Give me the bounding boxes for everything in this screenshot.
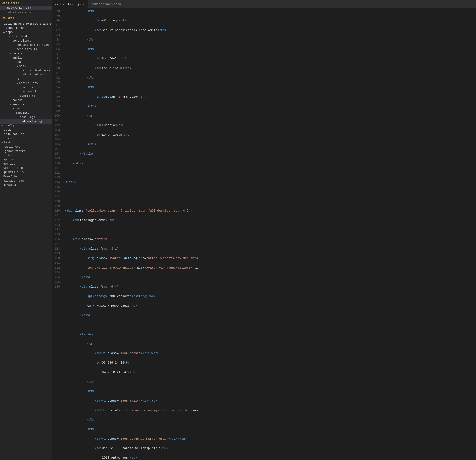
folder-icon: — <box>7 35 8 38</box>
tab-contactboek-scss[interactable]: contactboek.scss <box>88 0 124 8</box>
file-tree: — astad_nodejs_expressjs_app_contactboek… <box>0 21 52 188</box>
tree-views[interactable]: — views <box>0 107 52 111</box>
line-124: <td>Den Bell, Francis Wellensplein 1<br> <box>62 446 476 451</box>
tree-makefile[interactable]: Makefile <box>0 175 52 179</box>
open-file-medewerker[interactable]: › medewerker.ejs ◄ ► <box>0 6 52 10</box>
tree-apps[interactable]: — apps <box>0 30 52 34</box>
tree-test[interactable]: + test <box>0 140 52 145</box>
line-96: </div> <box>62 180 476 185</box>
line-106: </div> <box>62 275 476 280</box>
tree-contactboek-scss[interactable]: contactboek.scss <box>0 68 52 73</box>
line-111 <box>62 322 476 327</box>
tree-contactboek-css[interactable]: contactboek.css <box>0 73 52 77</box>
tree-gruntfile[interactable]: gruntfile.js <box>0 170 52 175</box>
tree-medewerker-js[interactable]: medewerker.js <box>0 90 52 94</box>
tree-package-json[interactable]: package.json <box>0 179 52 183</box>
tree-css[interactable]: — css <box>0 60 52 64</box>
tree-controllers-2[interactable]: — controllers <box>0 81 52 85</box>
apps-label: apps <box>6 31 13 34</box>
tab-medewerker-ejs[interactable]: medewerker.ejs ✕ <box>52 0 88 8</box>
public-1-label: public <box>13 56 23 59</box>
open-files-header: OPEN FILES <box>0 0 52 6</box>
tree-jshintrc[interactable]: .jshintrc <box>0 153 52 158</box>
nav-arrows[interactable]: ◄ ► <box>46 7 50 9</box>
line-108: <p><strong>John Verboven</strong><br> <box>62 294 476 299</box>
views-label: views <box>13 107 21 110</box>
folder-open-icon: — <box>1 22 3 25</box>
tree-service[interactable]: + service <box>0 102 52 107</box>
code-content[interactable]: <tr> <td>Afdeling</td> <td>Sed ut perspi… <box>62 8 476 460</box>
tree-templates[interactable]: templates.js <box>0 47 52 51</box>
folder-icon: — <box>17 82 18 85</box>
plus-icon: + <box>10 52 12 55</box>
tree-jsbeautifyrc[interactable]: .jsbeautifyrc <box>0 149 52 153</box>
tree-medewerker-ejs[interactable]: medewerker.ejs <box>0 119 52 123</box>
tree-config-rb[interactable]: config.rb <box>0 94 52 98</box>
tree-public-root[interactable]: + public <box>0 136 52 140</box>
line-120: <td><a href="mailto:voornaam.naam@stad.a… <box>62 408 476 413</box>
tree-public-1[interactable]: — public <box>0 56 52 60</box>
line-83: <td>Subafdeling</td> <box>62 56 476 61</box>
tree-index-ejs[interactable]: index.ejs <box>0 115 52 119</box>
tree-root-folder[interactable]: — astad_nodejs_expressjs_app_contactboek <box>0 22 52 26</box>
tree-gemfile-lock[interactable]: Gemfile.lock <box>0 166 52 170</box>
tree-node-modules[interactable]: + node_modules <box>0 132 52 136</box>
sass-cache-label: .sass-cache <box>6 26 25 30</box>
line-105: JPG/profile_previewupload" alt="Avatar v… <box>62 266 476 270</box>
tree-data[interactable]: + data <box>0 128 52 132</box>
routes-label: routes <box>13 99 23 102</box>
tree-routes[interactable]: + routes <box>0 98 52 102</box>
tree-readme[interactable]: README.md <box>0 183 52 187</box>
plus-icon: + <box>1 124 3 127</box>
line-81: </tr> <box>62 38 476 42</box>
line-114: <td><i class="icon-phone"></i></td> <box>62 351 476 356</box>
contactboek-css-label: contactboek.css <box>20 73 45 76</box>
controllers-2-label: controllers <box>19 82 38 85</box>
tree-gitignore[interactable]: .gitignore <box>0 145 52 149</box>
tree-models[interactable]: + models <box>0 51 52 56</box>
tree-template[interactable]: — template <box>0 111 52 115</box>
line-86: <tr> <box>62 85 476 90</box>
open-file-contactboek[interactable]: contactboek.scss <box>0 10 52 15</box>
plus-icon: + <box>10 103 12 106</box>
folder-icon: — <box>13 78 15 81</box>
tree-controllers-1[interactable]: — controllers <box>0 39 52 43</box>
editor-content[interactable]: 78 79 80 81 82 83 84 85 86 87 88 89 90 9… <box>52 8 476 460</box>
tree-sass-cache[interactable]: + .sass-cache <box>0 26 52 30</box>
gruntfile-label: gruntfile.js <box>3 171 24 174</box>
line-numbers: 78 79 80 81 82 83 84 85 86 87 88 89 90 9… <box>52 8 62 460</box>
line-123: <td><i class="icon-stadsmap-marker-gray"… <box>62 437 476 441</box>
line-125: 2018 Antwerpen</td> <box>62 456 476 460</box>
tree-js[interactable]: — js <box>0 77 52 81</box>
line-84: <td>Lorum ipsum</td> <box>62 66 476 71</box>
tree-contactboek[interactable]: — contactboek <box>0 34 52 39</box>
data-label: data <box>4 128 11 132</box>
line-104: <img class="avatar" data-ng-src="https:/… <box>62 256 476 261</box>
scss-label: scss <box>19 65 26 68</box>
tree-gemfile[interactable]: Gemfile <box>0 162 52 166</box>
line-110: </div> <box>62 313 476 318</box>
line-80: <td>Sed ut perspiciatis unde omnis</td> <box>62 28 476 33</box>
folder-icon: — <box>13 112 15 115</box>
tree-app-js-root[interactable]: app.js <box>0 158 52 162</box>
line-95 <box>62 171 476 175</box>
line-116: 0497 18 24 14</td> <box>62 370 476 375</box>
gemfile-label: Gemfile <box>3 162 15 166</box>
line-88: </tr> <box>62 104 476 109</box>
contactboek-label: contactboek <box>9 35 28 38</box>
plus-icon: + <box>10 99 12 102</box>
tree-contactboek-data[interactable]: contactboek_data.js <box>0 43 52 47</box>
folders-section: FOLDERS — astad_nodejs_expressjs_app_con… <box>0 15 52 188</box>
line-89: <tr> <box>62 114 476 118</box>
app-js-label: app.js <box>23 86 33 89</box>
tab-close-medewerker[interactable]: ✕ <box>83 3 85 6</box>
folder-icon: — <box>10 39 12 42</box>
tree-config[interactable]: + config <box>0 123 52 128</box>
index-ejs-label: index.ejs <box>20 115 35 119</box>
medewerker-ejs-label: medewerker.ejs <box>20 120 44 123</box>
tree-scss[interactable]: — scss <box>0 64 52 68</box>
tree-app-js[interactable]: app.js <box>0 85 52 90</box>
folder-icon: — <box>10 56 12 59</box>
open-files-section: OPEN FILES › medewerker.ejs ◄ ► contactb… <box>0 0 52 15</box>
line-121: </tr> <box>62 418 476 422</box>
